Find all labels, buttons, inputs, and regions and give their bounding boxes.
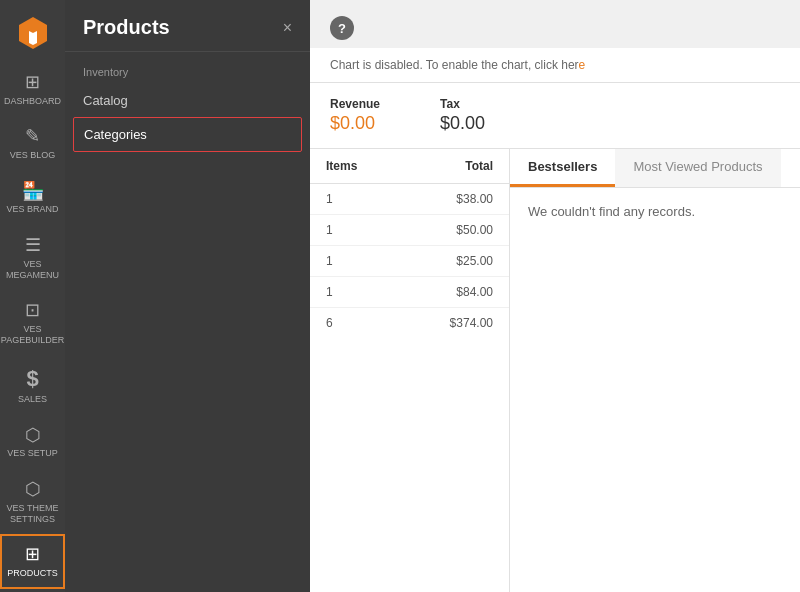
cell-items-4: 6 — [326, 316, 386, 330]
stats-row: Revenue $0.00 Tax $0.00 — [310, 83, 800, 149]
nav-label-ves-blog: VES BLOG — [10, 150, 56, 161]
nav-item-ves-megamenu[interactable]: ☰ VES MEGAMENU — [0, 225, 65, 290]
submenu-header: Products × — [65, 0, 310, 52]
ves-pagebuilder-icon: ⊡ — [25, 300, 40, 322]
main-content: ? Chart is disabled. To enable the chart… — [310, 0, 800, 592]
table-row: 1 $84.00 — [310, 277, 509, 308]
nav-item-sales[interactable]: $ SALES — [0, 356, 65, 415]
nav-item-products[interactable]: ⊞ PRODUCTS — [0, 534, 65, 588]
icon-sidebar: ⊞ DASHBOARD ✎ VES BLOG 🏪 VES BRAND ☰ VES… — [0, 0, 65, 592]
tax-value: $0.00 — [440, 113, 485, 134]
nav-label-sales: SALES — [18, 394, 47, 405]
close-button[interactable]: × — [283, 20, 292, 36]
nav-label-ves-brand: VES BRAND — [6, 204, 58, 215]
revenue-label: Revenue — [330, 97, 380, 111]
nav-label-ves-theme: VES THEME SETTINGS — [6, 503, 59, 525]
cell-total-3: $84.00 — [386, 285, 493, 299]
tax-label: Tax — [440, 97, 485, 111]
dashboard-icon: ⊞ — [25, 72, 40, 94]
col-header-items: Items — [326, 159, 386, 173]
table-row: 1 $38.00 — [310, 184, 509, 215]
sales-icon: $ — [26, 366, 38, 392]
col-header-total: Total — [386, 159, 493, 173]
tab-bestsellers[interactable]: Bestsellers — [510, 149, 615, 187]
help-icon[interactable]: ? — [330, 16, 354, 40]
table-row: 1 $25.00 — [310, 246, 509, 277]
nav-label-ves-pagebuilder: VES PAGEBUILDER — [1, 324, 64, 346]
nav-item-ves-theme-settings[interactable]: ⬡ VES THEME SETTINGS — [0, 469, 65, 534]
nav-label-ves-setup: VES SETUP — [7, 448, 58, 459]
cell-total-1: $50.00 — [386, 223, 493, 237]
ves-blog-icon: ✎ — [25, 126, 40, 148]
cell-items-1: 1 — [326, 223, 386, 237]
tabs-row: Bestsellers Most Viewed Products — [510, 149, 800, 188]
nav-label-dashboard: DASHBOARD — [4, 96, 61, 107]
top-bar: ? — [310, 0, 800, 48]
ves-brand-icon: 🏪 — [22, 181, 44, 203]
cell-items-0: 1 — [326, 192, 386, 206]
revenue-value: $0.00 — [330, 113, 380, 134]
tab-most-viewed[interactable]: Most Viewed Products — [615, 149, 780, 187]
cell-total-2: $25.00 — [386, 254, 493, 268]
dashboard-area: ? Chart is disabled. To enable the chart… — [310, 0, 800, 592]
cell-items-2: 1 — [326, 254, 386, 268]
submenu-section-label: Inventory — [65, 52, 310, 84]
cell-total-0: $38.00 — [386, 192, 493, 206]
table-header-row: Items Total — [310, 149, 509, 184]
nav-item-ves-brand[interactable]: 🏪 VES BRAND — [0, 171, 65, 225]
nav-item-ves-blog[interactable]: ✎ VES BLOG — [0, 116, 65, 170]
cell-total-4: $374.00 — [386, 316, 493, 330]
nav-item-dashboard[interactable]: ⊞ DASHBOARD — [0, 62, 65, 116]
bottom-section: Items Total 1 $38.00 1 $50.00 1 $25.00 1 — [310, 149, 800, 592]
nav-item-ves-setup[interactable]: ⬡ VES SETUP — [0, 415, 65, 469]
chart-enable-link[interactable]: e — [579, 58, 586, 72]
stat-tax: Tax $0.00 — [440, 97, 485, 134]
table-section: Items Total 1 $38.00 1 $50.00 1 $25.00 1 — [310, 149, 510, 592]
nav-label-ves-megamenu: VES MEGAMENU — [6, 259, 59, 281]
nav-label-products: PRODUCTS — [7, 568, 58, 579]
ves-megamenu-icon: ☰ — [25, 235, 41, 257]
submenu-panel: Products × Inventory Catalog Categories — [65, 0, 310, 592]
products-icon: ⊞ — [25, 544, 40, 566]
table-row: 6 $374.00 — [310, 308, 509, 338]
chart-notice: Chart is disabled. To enable the chart, … — [310, 48, 800, 83]
ves-setup-icon: ⬡ — [25, 425, 41, 447]
submenu-item-categories[interactable]: Categories — [73, 117, 302, 152]
right-panel: Bestsellers Most Viewed Products We coul… — [510, 149, 800, 592]
table-row: 1 $50.00 — [310, 215, 509, 246]
submenu-title: Products — [83, 16, 170, 39]
ves-theme-icon: ⬡ — [25, 479, 41, 501]
stat-revenue: Revenue $0.00 — [330, 97, 380, 134]
nav-item-ves-pagebuilder[interactable]: ⊡ VES PAGEBUILDER — [0, 290, 65, 355]
no-records-message: We couldn't find any records. — [510, 188, 800, 235]
cell-items-3: 1 — [326, 285, 386, 299]
magento-logo — [8, 8, 58, 58]
submenu-item-catalog[interactable]: Catalog — [65, 84, 310, 117]
